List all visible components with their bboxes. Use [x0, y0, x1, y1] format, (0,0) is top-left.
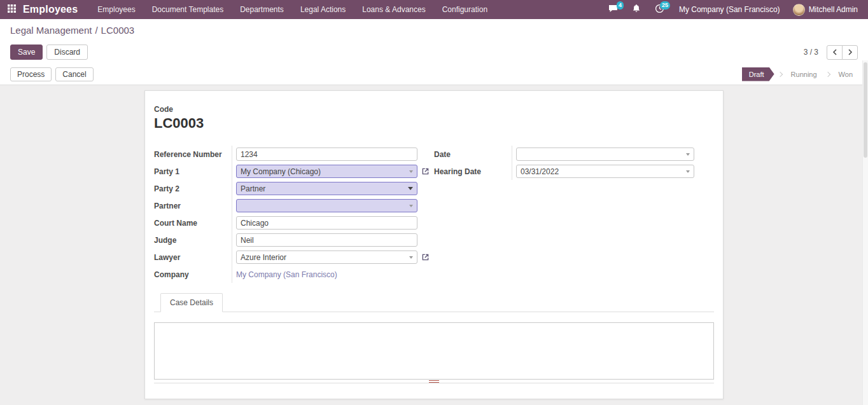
chevron-right-icon [848, 48, 853, 57]
code-value: LC0003 [154, 115, 714, 132]
nav-item-legal-actions[interactable]: Legal Actions [292, 0, 354, 19]
pager-count: 3 / 3 [804, 48, 818, 57]
status-pipeline: Draft Running Won [742, 67, 858, 81]
company-link[interactable]: My Company (San Francisco) [236, 270, 337, 279]
party2-label: Party 2 [154, 184, 179, 193]
user-menu[interactable]: Mitchell Admin [788, 4, 863, 16]
process-button[interactable]: Process [10, 67, 52, 81]
nav-item-loans-advances[interactable]: Loans & Advances [354, 0, 433, 19]
partner-field[interactable] [236, 199, 417, 212]
caret-down-icon [409, 205, 413, 207]
select-caret-icon [408, 187, 413, 190]
company-switcher[interactable]: My Company (San Francisco) [671, 0, 788, 19]
breadcrumb-current: LC0003 [101, 25, 135, 36]
tab-case-details[interactable]: Case Details [160, 293, 223, 312]
date-label: Date [434, 150, 451, 159]
field-group-right: Date Hearing Date 03/31/2022 [434, 146, 714, 283]
hearing-date-label: Hearing Date [434, 167, 481, 176]
state-won[interactable]: Won [834, 67, 858, 81]
lawyer-field[interactable]: Azure Interior [236, 251, 417, 264]
reference-number-label: Reference Number [154, 150, 222, 159]
state-running[interactable]: Running [786, 67, 822, 81]
bell-icon [632, 4, 641, 15]
caret-down-icon [686, 153, 690, 156]
apps-menu-button[interactable] [5, 0, 22, 19]
date-field[interactable] [516, 148, 694, 161]
pager: 3 / 3 [804, 45, 858, 60]
pager-next-button[interactable] [842, 45, 858, 60]
chevron-separator-icon [825, 71, 830, 76]
notebook: Case Details [154, 293, 714, 383]
activities-badge: 25 [660, 1, 670, 10]
field-group-left: Reference Number Party 1 My Company (Chi… [154, 146, 434, 283]
party1-field[interactable]: My Company (Chicago) [236, 165, 417, 178]
messages-button[interactable]: 4 [601, 0, 625, 19]
reference-number-input[interactable] [236, 148, 417, 161]
user-avatar [793, 4, 805, 16]
lawyer-value: Azure Interior [241, 253, 407, 262]
content-area: Code LC0003 Reference Number Party 1 My … [0, 85, 868, 405]
scrollbar-thumb[interactable] [864, 62, 867, 158]
chevron-separator-icon [777, 71, 782, 76]
code-label: Code [154, 105, 714, 114]
nav-item-departments[interactable]: Departments [232, 0, 292, 19]
vertical-scrollbar[interactable] [862, 60, 868, 405]
breadcrumb-bar: Legal Management/LC0003 [0, 19, 868, 41]
chevron-left-icon [832, 48, 837, 57]
hearing-date-value: 03/31/2022 [521, 167, 683, 176]
page: Employees Employees Document Templates D… [0, 0, 868, 405]
save-button[interactable]: Save [10, 45, 43, 60]
party2-value: Partner [241, 184, 405, 193]
state-draft[interactable]: Draft [742, 67, 774, 81]
top-navbar: Employees Employees Document Templates D… [0, 0, 868, 19]
case-details-editor[interactable] [154, 322, 714, 380]
breadcrumb-separator: / [95, 25, 97, 36]
partner-label: Partner [154, 202, 181, 210]
party1-label: Party 1 [154, 167, 179, 176]
caret-down-icon [409, 170, 413, 173]
judge-label: Judge [154, 236, 176, 245]
messages-badge: 4 [617, 1, 624, 10]
cancel-button[interactable]: Cancel [55, 67, 93, 81]
discard-button[interactable]: Discard [46, 45, 88, 60]
form-sheet: Code LC0003 Reference Number Party 1 My … [144, 90, 724, 399]
judge-input[interactable] [236, 233, 417, 247]
caret-down-icon [686, 170, 690, 173]
control-panel: Save Discard 3 / 3 [0, 41, 868, 64]
company-label: Company [154, 270, 189, 279]
hearing-date-field[interactable]: 03/31/2022 [516, 165, 694, 178]
nav-item-configuration[interactable]: Configuration [434, 0, 496, 19]
party1-external-link-icon[interactable] [422, 168, 429, 175]
resize-grip-icon[interactable] [429, 380, 439, 383]
pager-previous-button[interactable] [827, 45, 843, 60]
lawyer-external-link-icon[interactable] [422, 254, 429, 261]
lawyer-label: Lawyer [154, 253, 180, 262]
apps-grid-icon [8, 4, 16, 15]
nav-item-document-templates[interactable]: Document Templates [144, 0, 232, 19]
party1-value: My Company (Chicago) [241, 167, 407, 176]
party2-select[interactable]: Partner [236, 182, 417, 195]
editor-resize-bar [154, 380, 714, 383]
breadcrumb-legal-management[interactable]: Legal Management [10, 25, 92, 36]
court-name-input[interactable] [236, 216, 417, 230]
tab-strip: Case Details [154, 293, 714, 312]
notifications-button[interactable] [625, 0, 648, 19]
form-statusbar-row: Process Cancel Draft Running Won [0, 64, 868, 85]
activities-button[interactable]: 25 [648, 0, 671, 19]
field-group: Reference Number Party 1 My Company (Chi… [154, 146, 714, 283]
app-title[interactable]: Employees [22, 4, 89, 15]
nav-item-employees[interactable]: Employees [89, 0, 143, 19]
user-name: Mitchell Admin [809, 5, 858, 14]
tab-content [154, 312, 714, 383]
caret-down-icon [409, 256, 413, 259]
breadcrumb: Legal Management/LC0003 [10, 25, 858, 36]
court-name-label: Court Name [154, 219, 197, 228]
